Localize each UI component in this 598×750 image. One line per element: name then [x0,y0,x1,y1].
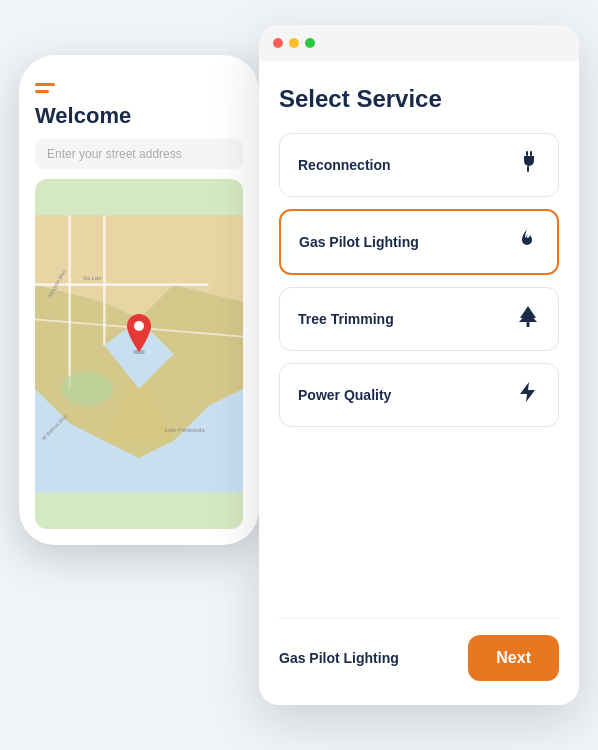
map-location-pin [123,314,155,354]
phone-app-title: Welcome [35,103,243,129]
street-address-input[interactable]: Enter your street address [35,139,243,169]
phone-notch [99,55,179,75]
svg-text:Via Lido: Via Lido [83,275,102,281]
browser-bottom-bar: Gas Pilot Lighting Next [279,618,559,681]
svg-rect-17 [530,151,532,156]
svg-point-15 [134,321,144,331]
svg-rect-18 [527,166,529,172]
svg-rect-21 [527,322,530,327]
next-button[interactable]: Next [468,635,559,681]
flame-icon [515,227,539,257]
service-item-gas-pilot[interactable]: Gas Pilot Lighting [279,209,559,275]
browser-card: Select Service Reconnection Gas Pil [259,25,579,705]
browser-titlebar [259,25,579,61]
svg-point-7 [61,371,113,406]
map-view: Newport Blvd Via Lido Lido Peninsula W B… [35,179,243,529]
selected-service-label: Gas Pilot Lighting [279,650,399,666]
browser-expand-dot [305,38,315,48]
tree-icon [516,304,540,334]
lightning-icon [516,380,540,410]
service-reconnection-label: Reconnection [298,157,391,173]
browser-minimize-dot [289,38,299,48]
hamburger-menu-icon[interactable] [35,83,59,93]
service-list: Reconnection Gas Pilot Lighting [279,133,559,618]
service-item-tree-trimming[interactable]: Tree Trimming [279,287,559,351]
scene: Welcome Enter your street address [19,25,579,725]
select-service-heading: Select Service [279,85,559,113]
phone-device: Welcome Enter your street address [19,55,259,545]
service-item-reconnection[interactable]: Reconnection [279,133,559,197]
browser-close-dot [273,38,283,48]
service-power-quality-label: Power Quality [298,387,391,403]
service-gas-pilot-label: Gas Pilot Lighting [299,234,419,250]
svg-rect-16 [526,151,528,156]
svg-text:Lido Peninsula: Lido Peninsula [165,427,205,433]
plug-icon [516,150,540,180]
service-item-power-quality[interactable]: Power Quality [279,363,559,427]
service-tree-trimming-label: Tree Trimming [298,311,394,327]
